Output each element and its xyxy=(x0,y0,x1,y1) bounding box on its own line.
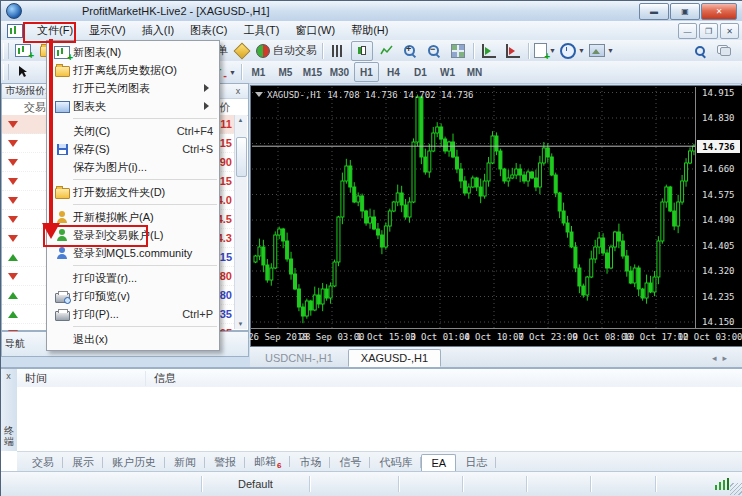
scrollbar-thumb[interactable] xyxy=(236,137,247,177)
price-axis[interactable]: 14.91514.83014.66014.57514.49014.40514.3… xyxy=(695,87,742,329)
file-menu-item[interactable]: 打印预览(v) xyxy=(47,287,219,305)
file-menu-item[interactable]: 打印设置(r)... xyxy=(47,269,219,287)
terminal-tab-7[interactable]: 信号 xyxy=(330,453,370,472)
price-chart[interactable] xyxy=(252,87,696,329)
indicators-button[interactable]: ▼ xyxy=(533,41,557,61)
scroll-down-icon[interactable]: ▼ xyxy=(236,319,245,329)
tile-windows-button[interactable] xyxy=(447,41,469,61)
child-minimize-button[interactable]: — xyxy=(678,23,697,39)
file-menu-item-label: 打印(P)... xyxy=(73,307,119,322)
resize-grip[interactable] xyxy=(730,483,742,495)
line-chart-button[interactable] xyxy=(375,41,397,61)
templates-button[interactable]: ▼ xyxy=(588,41,615,61)
market-watch-close-icon[interactable]: x xyxy=(231,85,245,98)
menu-window[interactable]: 窗口(W) xyxy=(287,21,343,40)
timeframe-mn-button[interactable]: MN xyxy=(462,62,487,82)
file-menu-item[interactable]: 关闭(C)Ctrl+F4 xyxy=(47,122,219,140)
market-watch-scrollbar[interactable]: ▲ ▼ xyxy=(234,115,247,329)
periods-button[interactable]: ▼ xyxy=(559,41,586,61)
timeframe-w1-button[interactable]: W1 xyxy=(435,62,460,82)
terminal-tab-6[interactable]: 市场 xyxy=(290,453,330,472)
candlestick-chart-button[interactable] xyxy=(351,41,373,61)
terminal-tab-label: 市场 xyxy=(299,456,321,468)
terminal-tab-4[interactable]: 警报 xyxy=(205,453,245,472)
maximize-button[interactable]: ▣ xyxy=(670,3,700,20)
file-menu-item[interactable]: 退出(x) xyxy=(47,330,219,348)
message-column-header[interactable]: 信息 xyxy=(146,371,176,386)
chart-header-arrow-icon[interactable] xyxy=(255,92,263,101)
terminal-close-icon[interactable]: x xyxy=(3,371,14,382)
child-close-button[interactable]: ✕ xyxy=(720,23,739,39)
file-menu-dropdown: 新图表(N)打开离线历史数据(O)打开已关闭图表图表夹关闭(C)Ctrl+F4保… xyxy=(46,40,220,351)
terminal-tab-ea[interactable]: EA xyxy=(421,454,456,471)
price-axis-label: 14.830 xyxy=(702,113,735,123)
file-menu-item[interactable]: 打开离线历史数据(O) xyxy=(47,61,219,79)
autotrading-button[interactable]: 自动交易 xyxy=(255,41,318,61)
submenu-arrow-icon xyxy=(204,84,213,92)
timeframe-m5-button[interactable]: M5 xyxy=(273,62,298,82)
time-column-header[interactable]: 时间 xyxy=(17,371,146,386)
price-axis-label: 14.150 xyxy=(702,317,735,327)
file-menu-item[interactable]: 打印(P)...Ctrl+P xyxy=(47,305,219,323)
search-button[interactable] xyxy=(689,41,711,61)
file-menu-item[interactable]: 保存为图片(i)... xyxy=(47,158,219,176)
file-menu-item[interactable]: 打开数据文件夹(D) xyxy=(47,183,219,201)
file-menu-item[interactable]: 新图表(N) xyxy=(47,43,219,61)
timeframe-d1-button[interactable]: D1 xyxy=(408,62,433,82)
metaeditor-button[interactable] xyxy=(231,41,253,61)
chart-tab-usdcnh[interactable]: USDCNH-,H1 xyxy=(252,349,346,367)
file-menu-item[interactable]: 保存(S)Ctrl+S xyxy=(47,140,219,158)
scroll-up-icon[interactable]: ▲ xyxy=(236,115,245,125)
terminal-tab-1[interactable]: 展示 xyxy=(63,453,103,472)
toolbar-grip[interactable] xyxy=(3,43,9,59)
terminal-tab-10[interactable]: 日志 xyxy=(456,453,496,472)
terminal-tab-0[interactable]: 交易 xyxy=(23,453,63,472)
menu-shortcut: Ctrl+S xyxy=(172,143,213,155)
cursor-button[interactable] xyxy=(12,62,34,82)
market-watch-title: 市场报价: xyxy=(5,84,48,98)
file-menu-item[interactable]: 图表夹 xyxy=(47,97,219,115)
minimize-button[interactable]: ▬ xyxy=(639,3,669,20)
app-logo-icon xyxy=(6,3,22,19)
terminal-tab-label: 展示 xyxy=(72,456,94,468)
profiles-icon xyxy=(55,101,70,113)
bar-chart-button[interactable] xyxy=(327,41,349,61)
chart-tabs-scroll-icons[interactable]: ◂▸ xyxy=(712,353,733,367)
menu-charts[interactable]: 图表(C) xyxy=(182,21,235,40)
terminal-side-label: 终端 xyxy=(3,425,15,447)
menu-view[interactable]: 显示(V) xyxy=(81,21,134,40)
menu-insert[interactable]: 插入(I) xyxy=(134,21,182,40)
terminal-tab-label: 交易 xyxy=(32,456,54,468)
file-menu-item[interactable]: 开新模拟帐户(A) xyxy=(47,208,219,226)
file-menu-item[interactable]: 打开已关闭图表 xyxy=(47,79,219,97)
menu-tools[interactable]: 工具(T) xyxy=(235,21,287,40)
terminal-tab-8[interactable]: 代码库 xyxy=(370,453,421,472)
terminal-tab-3[interactable]: 新闻 xyxy=(165,453,205,472)
terminal-tab-5[interactable]: 邮箱6 xyxy=(245,452,290,472)
chart-shift-button[interactable] xyxy=(502,41,524,61)
child-restore-button[interactable]: ❐ xyxy=(699,23,718,39)
community-chat-button[interactable] xyxy=(713,41,735,61)
metaeditor-icon xyxy=(234,42,251,59)
chart-tab-xagusd[interactable]: XAGUSD-,H1 xyxy=(348,349,441,367)
chart-window-icon[interactable] xyxy=(7,24,23,38)
zoom-out-button[interactable]: − xyxy=(423,41,445,61)
zoom-in-button[interactable]: + xyxy=(399,41,421,61)
timeframe-m30-button[interactable]: M30 xyxy=(327,62,352,82)
timeframe-h4-button[interactable]: H4 xyxy=(381,62,406,82)
terminal-tab-2[interactable]: 账户历史 xyxy=(103,453,165,472)
status-profile-cell[interactable]: Default xyxy=(202,476,310,492)
menu-help[interactable]: 帮助(H) xyxy=(343,21,396,40)
new-chart-button[interactable] xyxy=(12,41,34,61)
timeframe-m1-button[interactable]: M1 xyxy=(246,62,271,82)
price-down-arrow-icon xyxy=(8,235,18,247)
time-axis[interactable]: 26 Sep 201828 Sep 03:001 Oct 15:003 Oct … xyxy=(251,328,742,346)
timeframe-h1-button[interactable]: H1 xyxy=(354,62,379,82)
cursor-icon xyxy=(18,66,28,78)
auto-scroll-button[interactable] xyxy=(478,41,500,61)
toolbar-grip[interactable] xyxy=(3,64,9,80)
timeframe-m15-button[interactable]: M15 xyxy=(300,62,325,82)
file-menu-item-label: 开新模拟帐户(A) xyxy=(73,210,154,225)
zoom-out-icon: − xyxy=(428,45,440,57)
close-button[interactable]: ✕ xyxy=(701,3,737,20)
